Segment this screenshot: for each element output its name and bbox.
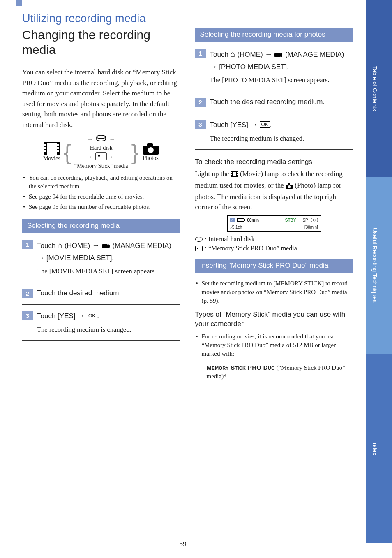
svg-marker-11 <box>98 155 100 157</box>
step-instruction: Touch [YES] → OK. <box>37 310 180 322</box>
right-bracket-icon: } <box>131 143 139 161</box>
svg-rect-21 <box>231 176 232 176</box>
svg-rect-25 <box>233 172 236 176</box>
svg-rect-22 <box>237 172 238 173</box>
step-instruction: Touch the desired recording medium. <box>210 97 353 107</box>
svg-rect-24 <box>237 176 238 176</box>
arrow-right-icon: → <box>265 50 272 58</box>
media-diagram: Movies { → ← Hard disk → <box>22 135 180 169</box>
diagram-movies-label: Movies <box>43 155 60 162</box>
svg-rect-6 <box>57 144 59 146</box>
step-number: 1 <box>195 49 206 58</box>
memory-stick-icon <box>195 246 203 251</box>
insert-notes: Set the recording medium to [MEMORY STIC… <box>195 279 353 305</box>
notes-list: You can do recording, playback, and edit… <box>22 174 180 211</box>
step-result: The recording medium is changed. <box>37 325 180 335</box>
svg-rect-5 <box>44 150 46 152</box>
tab-table-of-contents[interactable]: Table of Contents <box>366 0 392 177</box>
arrow-right-icon: → <box>86 153 93 161</box>
page-title: Changing the recording media <box>22 28 180 57</box>
page-number: 59 <box>0 540 366 548</box>
svg-rect-4 <box>44 147 46 149</box>
step-number: 1 <box>22 240 33 249</box>
note-item: For recording movies, it is recommended … <box>195 332 353 358</box>
ok-icon: OK <box>87 313 97 319</box>
lcd-sp: SP <box>302 218 308 222</box>
subheading-insert-ms: Inserting “Memory Stick PRO Duo” media <box>195 259 353 273</box>
step-number: 2 <box>22 289 33 298</box>
photo-icon <box>286 181 293 192</box>
manage-media-icon <box>101 242 111 252</box>
lcd-time: 60min <box>247 218 259 222</box>
lcd-media-icon: ⊖ <box>311 218 318 222</box>
tab-index[interactable]: Index <box>366 354 392 543</box>
svg-point-9 <box>97 135 106 139</box>
step-number: 3 <box>195 120 206 129</box>
home-icon: ⌂ <box>231 49 235 58</box>
step-result: The [MOVIE MEDIA SET] screen appears. <box>37 266 180 276</box>
step-3: 3 Touch [YES] → OK. The recording medium… <box>22 310 180 335</box>
diagram-hdd-label: Hard disk <box>90 145 113 151</box>
step-1: 1 Touch ⌂ (HOME) → (MANAGE MEDIA) → [PHO… <box>195 48 353 85</box>
step-instruction: Touch [YES] → OK. <box>210 119 353 130</box>
hard-disk-icon <box>96 135 106 144</box>
movie-icon <box>231 170 238 180</box>
svg-rect-23 <box>237 174 238 175</box>
note-item: See page 95 for the number of recordable… <box>22 203 180 211</box>
arrow-right-icon: → <box>210 63 217 71</box>
arrow-right-icon: → <box>250 120 258 129</box>
step-2: 2 Touch the desired medium. <box>22 288 180 299</box>
step-instruction: Touch ⌂ (HOME) → (MANAGE MEDIA) → [MOVIE… <box>37 239 180 263</box>
dash-item: Memory Stick PRO Duo (“Memory Stick PRO … <box>195 363 353 381</box>
lcd-channel: ♪5.1ch <box>230 225 242 229</box>
diagram-ms-label: “Memory Stick” media <box>74 163 128 169</box>
note-item: You can do recording, playback, and edit… <box>22 174 180 191</box>
side-tabs: Table of Contents Useful Recording Techn… <box>366 0 392 543</box>
step-number: 2 <box>195 98 206 107</box>
svg-rect-10 <box>96 153 106 160</box>
svg-rect-16 <box>274 53 280 57</box>
section-title: Utilizing recording media <box>22 12 353 25</box>
step-1: 1 Touch ⌂ (HOME) → (MANAGE MEDIA) → [MOV… <box>22 239 180 276</box>
legend-ms: : “Memory Stick PRO Duo” media <box>195 245 353 252</box>
svg-rect-20 <box>231 174 232 175</box>
tab-useful-recording-techniques[interactable]: Useful Recording Techniques <box>366 177 392 354</box>
right-column: Selecting the recording media for photos… <box>195 28 353 381</box>
svg-rect-15 <box>102 244 108 248</box>
intro-paragraph: You can select the internal hard disk or… <box>22 67 180 130</box>
arrow-right-icon: → <box>37 254 44 262</box>
check-settings-heading: To check the recording media settings <box>195 158 353 166</box>
check-settings-body: Light up the (Movie) lamp to check the r… <box>195 169 353 213</box>
memory-stick-icon <box>95 152 107 162</box>
divider <box>22 282 180 282</box>
svg-point-28 <box>288 185 291 188</box>
movie-icon <box>44 142 60 155</box>
photo-icon <box>142 143 159 155</box>
divider <box>195 149 353 150</box>
diagram-photos-label: Photos <box>142 155 159 162</box>
divider <box>195 113 353 113</box>
step-number: 3 <box>22 311 33 320</box>
lcd-stby: STBY <box>285 218 296 222</box>
step-instruction: Touch the desired medium. <box>37 288 180 299</box>
svg-rect-19 <box>231 172 232 173</box>
top-accent-tab <box>16 0 22 6</box>
step-2: 2 Touch the desired recording medium. <box>195 97 353 107</box>
divider <box>22 304 180 305</box>
left-column: Changing the recording media You can sel… <box>22 28 180 381</box>
step-3: 3 Touch [YES] → OK. The recording medium… <box>195 119 353 144</box>
note-item: See page 94 for the recordable time of m… <box>22 192 180 201</box>
arrow-left-icon: ← <box>109 136 115 143</box>
step-instruction: Touch ⌂ (HOME) → (MANAGE MEDIA) → [PHOTO… <box>210 48 353 72</box>
subheading-photo-media: Selecting the recording media for photos <box>195 28 353 42</box>
lcd-battery-icon <box>237 218 244 222</box>
left-bracket-icon: { <box>64 143 71 161</box>
subheading-movie-media: Selecting the recording media <box>22 219 180 233</box>
note-item: Set the recording medium to [MEMORY STIC… <box>195 279 353 305</box>
step-result: The recording medium is changed. <box>210 134 353 144</box>
types-notes: For recording movies, it is recommended … <box>195 332 353 358</box>
svg-rect-27 <box>288 183 290 185</box>
svg-rect-7 <box>57 147 59 149</box>
step-result: The [PHOTO MEDIA SET] screen appears. <box>210 75 353 85</box>
arrow-right-icon: → <box>77 312 85 320</box>
